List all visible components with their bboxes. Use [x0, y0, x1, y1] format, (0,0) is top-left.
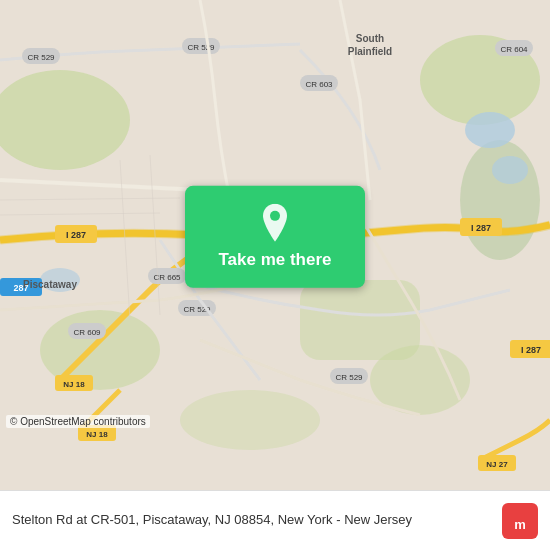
svg-text:CR 603: CR 603	[305, 80, 333, 89]
location-pin-icon	[259, 204, 291, 242]
address-text: Stelton Rd at CR-501, Piscataway, NJ 088…	[12, 511, 502, 529]
moovit-logo-icon: m	[502, 503, 538, 539]
svg-point-48	[270, 211, 280, 221]
svg-text:I 287: I 287	[66, 230, 86, 240]
svg-point-8	[465, 112, 515, 148]
svg-text:CR 529: CR 529	[187, 43, 215, 52]
svg-text:I 287: I 287	[471, 223, 491, 233]
svg-text:NJ 18: NJ 18	[86, 430, 108, 439]
svg-text:Plainfield: Plainfield	[348, 46, 392, 57]
svg-point-7	[180, 390, 320, 450]
svg-text:South: South	[356, 33, 384, 44]
cta-button-label: Take me there	[218, 250, 331, 270]
svg-text:Piscataway: Piscataway	[23, 279, 77, 290]
svg-text:NJ 18: NJ 18	[63, 380, 85, 389]
take-me-there-button[interactable]: Take me there	[185, 186, 365, 288]
svg-text:CR 529: CR 529	[335, 373, 363, 382]
svg-point-3	[460, 140, 540, 260]
moovit-logo: m	[502, 503, 538, 539]
cta-overlay: Take me there	[185, 186, 365, 288]
svg-text:CR 609: CR 609	[73, 328, 101, 337]
osm-attribution: © OpenStreetMap contributors	[6, 415, 150, 428]
map-container: I 287 I 287 I 287 NJ 18 NJ 18 NJ 27 CR 5…	[0, 0, 550, 490]
svg-text:I 287: I 287	[521, 345, 541, 355]
bottom-bar: Stelton Rd at CR-501, Piscataway, NJ 088…	[0, 490, 550, 550]
svg-text:m: m	[514, 517, 526, 532]
svg-text:NJ 27: NJ 27	[486, 460, 508, 469]
svg-point-9	[492, 156, 528, 184]
svg-text:CR 604: CR 604	[500, 45, 528, 54]
svg-text:CR 529: CR 529	[27, 53, 55, 62]
